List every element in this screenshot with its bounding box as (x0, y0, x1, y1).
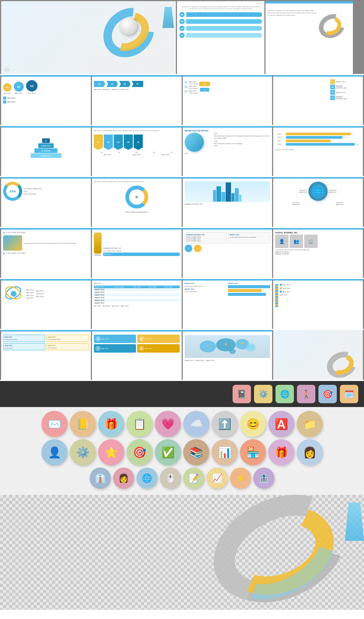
icon-section: ✉️ 📒 🎁 📋 💗 ☁️ ⬆️ 😊 🅰️ 📁 👤 ⚙️ ⭐ 🎯 ✅ 📚 📊 🏪… (0, 407, 364, 495)
slide-2-4[interactable]: 04INSERT TEXT 03YASADALINTERNET, INC. 02… (273, 75, 363, 125)
slide-6-1[interactable]: ADD TEXT ADD TEXT ADD TEXT ADD TEXT ADD … (1, 279, 91, 329)
contents-slide[interactable]: Includes free editing one of the biggest… (177, 1, 264, 74)
thank-you-slide[interactable] (273, 330, 363, 380)
slide-4-1[interactable]: 37% CLICK/TAP TO ADD TEXT TEXT TEXT TEXT… (1, 177, 91, 227)
icon-woman: 👩 (113, 468, 134, 489)
svg-point-4 (229, 349, 236, 354)
icon-bank: 🏦 (253, 468, 274, 489)
png-icon-2: ⚙️ (254, 385, 272, 403)
big-3d-arrow (207, 495, 364, 610)
icon-books: 📚 (183, 439, 209, 465)
icon-tie: 👔 (90, 468, 111, 489)
icon-target: 🎯 (126, 439, 152, 465)
slide-6-2[interactable]: ADD TEXT INSERT TEXT CLICK TO ADD TEXT '… (92, 279, 182, 329)
slide-7-1[interactable]: ADD TEXT Lorem ipsum dolor ADD TEXT Lore… (1, 330, 91, 380)
png-icon-3: 🌐 (275, 385, 294, 403)
icon-row-3: 👔 👩 🌐 🖱️ 📝 📈 ⚡ 🏦 (4, 468, 360, 489)
icon-globe: 🌐 (136, 468, 157, 489)
icon-row-1: ✉️ 📒 🎁 📋 💗 ☁️ ⬆️ 😊 🅰️ 📁 (4, 411, 360, 437)
slide-4-4[interactable]: CLICK/TOADD TEXT 🌐 CLICK/TOADD TEXT CLIC… (273, 177, 363, 227)
svg-point-7 (207, 345, 208, 346)
png-section: 📓 ⚙️ 🌐 🚶 🎯 🗓️ (0, 381, 364, 407)
icon-gear: ⚙️ (70, 439, 96, 465)
contents-item-3: 03 (179, 26, 262, 31)
slide-2-2[interactable]: 01 02 03 04 ADD TEXTADD TEXTADD TEXTADD … (92, 75, 182, 125)
png-icon-4: 🚶 (297, 385, 315, 403)
hero-slide[interactable] (1, 1, 176, 74)
slide-6-4[interactable]: ADD TEXT ADD TEXT ADD TEXT ADD TEXT (273, 279, 363, 329)
slide-2-3[interactable]: 01ADD TEXTLorem ipsum 02ADD TEXTLorem ip… (183, 75, 272, 125)
icon-smile: 😊 (240, 411, 266, 437)
slide-5-2[interactable]: YASADAL YASADAL INTERNET, INC. Lorem ips… (92, 228, 182, 278)
slide-7-2[interactable]: A ADD TEXT B ADD TEXT C ADD TEXT D ADD T… (92, 330, 182, 380)
icon-cloud: ☁️ (183, 411, 209, 437)
icon-checkmark: ✅ (155, 439, 181, 465)
icon-bar-chart: 📊 (212, 439, 238, 465)
slide-5-4[interactable]: ASADAL INTERNET, INC. 👤 👥 🏢 Lorem ipsum … (273, 228, 363, 278)
icon-notepad: 📝 (183, 468, 204, 489)
icon-gift: 🎁 (98, 411, 124, 437)
icon-star: ⭐ (98, 439, 124, 465)
icon-store: 🏪 (240, 439, 266, 465)
icon-user: 👤 (41, 439, 67, 465)
icon-cloud-up: ⬆️ (212, 411, 238, 437)
insert-logo (5, 69, 10, 71)
slide-5-3[interactable]: YASADAL INTERNET, INC. CLICK TO ADD TEXT… (183, 228, 272, 278)
icon-chart: 📈 (207, 468, 228, 489)
insert-title-text (266, 3, 353, 8)
slide-7-3[interactable]: ✈ ADD TEXT ✈ ADD TEXT ✈ ADD TEXT (183, 330, 272, 380)
icon-heart: 💗 (155, 411, 181, 437)
slide-3-2[interactable]: More than 1,000 soft people have work on… (92, 126, 182, 176)
slide-4-3[interactable]: YASADAL INTERNET, INC. (183, 177, 272, 227)
contents-item-2: 02 (179, 19, 262, 24)
icon-lightning: ⚡ (230, 468, 251, 489)
icon-envelope: ✉️ (41, 411, 67, 437)
svg-point-6 (241, 343, 243, 345)
icon-letter-a: 🅰️ (268, 411, 294, 437)
icon-person: 👩 (297, 439, 323, 465)
slide-3-4[interactable]: TEXT1 TEXT2.5 TEXT3 TEXT4.3 SUBJECT OF T… (273, 126, 363, 176)
png-icon-6: 🗓️ (340, 385, 358, 403)
slide-6-3[interactable]: INSERT TEXT Lorem ipsum dolor sit amet I… (183, 279, 272, 329)
png-icon-1: 📓 (233, 385, 251, 403)
insert-title-slide[interactable]: Includes free editing one of the biggest… (266, 1, 353, 74)
icon-notebook: 📒 (70, 411, 96, 437)
contents-logo: ##LOGO (257, 2, 263, 4)
slide-4-2[interactable]: More than 1,000 soft people have work on… (92, 177, 182, 227)
svg-point-3 (246, 343, 256, 351)
svg-point-5 (225, 343, 227, 345)
contents-item-4: 04 (179, 33, 262, 38)
slide-3-3[interactable]: WATER FOR THE PEOPLE 💧 TEXT TEXT Morbi h… (183, 126, 272, 176)
icon-row-2: 👤 ⚙️ ⭐ 🎯 ✅ 📚 📊 🏪 🎁 👩 (4, 439, 360, 465)
transparent-area (0, 495, 364, 610)
icon-folder: 📁 (297, 411, 323, 437)
icon-clipboard: 📋 (126, 411, 152, 437)
slide-2-1[interactable]: 01 ADD TEXT 02 ADD TEXT 03 ADD TEXT ADD … (1, 75, 91, 125)
png-icon-5: 🎯 (318, 385, 337, 403)
icon-gift-2: 🎁 (268, 439, 294, 465)
icon-mouse: 🖱️ (160, 468, 181, 489)
slide-5-1[interactable]: A CLICK TO ADD TEXT HERE Lorem ipsum dol… (1, 228, 91, 278)
contents-item-1: 01 (179, 12, 262, 17)
slide-3-1[interactable]: 01 02 ADD TEXT 03 YASADAL 04 ADD TEXT (1, 126, 91, 176)
